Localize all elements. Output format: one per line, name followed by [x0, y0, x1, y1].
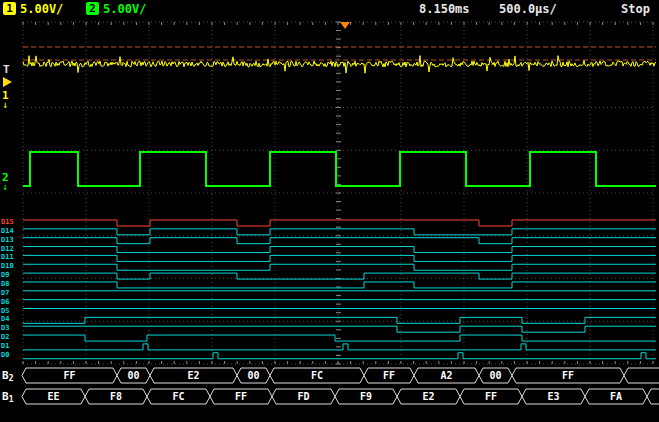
digital-channel-label-d13: D13: [1, 236, 14, 244]
digital-channel-label-d7: D7: [1, 289, 9, 297]
digital-trace-d3: [23, 326, 656, 332]
digital-trace-d13: [23, 238, 656, 244]
bus-b2-value: FF: [63, 370, 75, 381]
channel1-scale: 5.00V/: [20, 2, 63, 16]
channel1-ground-arrow-icon: ↓: [2, 100, 8, 110]
digital-trace-d14: [23, 229, 656, 235]
channel1-trace: [23, 56, 656, 74]
acquisition-state: Stop: [621, 2, 650, 16]
bus-b1-value: FA: [610, 391, 622, 402]
channel2-badge: 2: [86, 2, 99, 15]
channel2-ground-arrow-icon: ↓: [2, 182, 8, 192]
digital-trace-d15: [23, 220, 656, 226]
digital-channel-label-d9: D9: [1, 271, 9, 279]
digital-channel-label-d10: D10: [1, 262, 14, 270]
bus-b1-label: B1: [2, 390, 13, 406]
bus-b1-label-sub: 1: [9, 395, 14, 404]
bus-b1-value: EE: [47, 391, 59, 402]
bus-b1-value: FC: [172, 391, 184, 402]
channel2-trace: [23, 152, 656, 186]
digital-trace-d10: [23, 264, 656, 270]
digital-channel-label-d14: D14: [1, 227, 14, 235]
bus-b1-value: F9: [360, 391, 372, 402]
digital-trace-d4: [23, 317, 656, 323]
oscilloscope-screen: FF00E200FCFFA200FFEEF8FCFFFDF9E2FFE3FA 1…: [0, 0, 659, 422]
digital-channel-label-d15: D15: [1, 218, 14, 226]
digital-channel-label-d5: D5: [1, 307, 9, 315]
bus-b1-value: E2: [422, 391, 434, 402]
digital-channel-label-d3: D3: [1, 324, 9, 332]
digital-channel-label-d6: D6: [1, 298, 9, 306]
bus-b2-value: FF: [562, 370, 574, 381]
digital-channel-label-d4: D4: [1, 315, 9, 323]
bus-b2-value: 00: [127, 370, 139, 381]
bus-b2-value: A2: [440, 370, 452, 381]
digital-channel-label-d1: D1: [1, 342, 9, 350]
channel1-badge: 1: [3, 2, 16, 15]
waveform-display: FF00E200FCFFA200FFEEF8FCFFFDF9E2FFE3FA: [0, 0, 659, 422]
digital-channel-label-d8: D8: [1, 280, 9, 288]
digital-channel-label-d2: D2: [1, 333, 9, 341]
delay-time: 8.150ms: [419, 2, 470, 16]
bus-b2-value: FC: [311, 370, 323, 381]
bus-b1-value: FF: [235, 391, 247, 402]
bus-b2-label-sub: 2: [9, 374, 14, 383]
bus-b1-value: FF: [485, 391, 497, 402]
trigger-time-marker-icon: [340, 22, 350, 29]
bus-b2-value: E2: [187, 370, 199, 381]
status-bar: 1 5.00V/ 2 5.00V/ 8.150ms 500.0µs/ Stop: [0, 0, 659, 18]
digital-channel-label-d11: D11: [1, 253, 14, 261]
digital-channel-label-d12: D12: [1, 245, 14, 253]
bus-b2-label: B2: [2, 369, 13, 385]
digital-trace-d12: [23, 247, 656, 253]
bus-b2-value: 00: [489, 370, 501, 381]
bus-b2-value: 00: [247, 370, 259, 381]
bus-b2-segment: [624, 368, 659, 383]
timebase: 500.0µs/: [499, 2, 557, 16]
digital-channel-label-d0: D0: [1, 351, 9, 359]
bus-b2-label-text: B: [2, 369, 9, 382]
channel2-scale: 5.00V/: [103, 2, 146, 16]
trigger-level-label: T: [3, 64, 10, 75]
bus-b1-value: F8: [110, 391, 122, 402]
trigger-level-arrow-icon: [3, 77, 12, 87]
bus-b1-value: E3: [547, 391, 559, 402]
bus-b1-segment: [647, 389, 659, 404]
bus-b1-label-text: B: [2, 390, 9, 403]
digital-trace-d11: [23, 255, 656, 261]
bus-b1-value: FD: [297, 391, 309, 402]
bus-b2-value: FF: [383, 370, 395, 381]
